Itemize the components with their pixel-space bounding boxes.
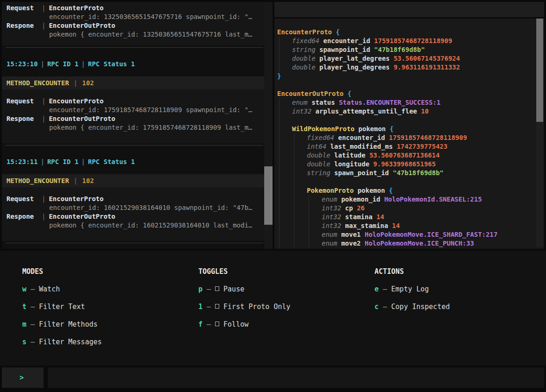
help-section-title: MODES	[22, 267, 43, 276]
hotkey-letter: f	[198, 320, 203, 329]
log-method-row[interactable]: METHOD_ENCOUNTER|102	[2, 174, 264, 187]
token-enum: HoloPokemonId.SNEASEL:215	[384, 196, 482, 203]
separator: |	[69, 79, 82, 88]
code-line: EncounterProto {	[274, 28, 544, 37]
token-brace: {	[390, 125, 394, 133]
log-request-row: Request|EncounterProto	[6, 97, 264, 106]
token-brace: {	[348, 90, 351, 97]
hotkey-item: c–Copy Inspected	[375, 303, 450, 311]
rpc-log-panel: Request|EncounterProtoencounter_id: 1325…	[2, 2, 264, 249]
token-type: enum	[322, 240, 337, 247]
code-line: double player_lat_degrees 53.56067145376…	[274, 54, 544, 63]
checkbox-icon	[215, 286, 219, 291]
hotkey-label: Filter Methods	[39, 320, 97, 329]
proto-preview: pokemon { encounter_id: 1759185746872811…	[6, 123, 264, 132]
code-line: int32 arplus_attempts_until_flee 10	[274, 107, 544, 116]
token-brace: }	[277, 72, 281, 80]
separator: |	[42, 22, 45, 29]
token-num: 1742739775423	[397, 143, 448, 150]
code-line: string spawnpoint_id "47b18f69d8b"	[274, 45, 544, 54]
hotkey-item: t–Filter Text	[22, 303, 85, 311]
token-nproto: WildPokemonProto	[292, 125, 355, 133]
proto-inspector-panel: EncounterProto {fixed64 encounter_id 175…	[274, 2, 544, 249]
hotkey-item: e–Empty Log	[375, 285, 429, 293]
hotkey-label: Watch	[39, 285, 60, 293]
token-num: 14	[392, 222, 400, 229]
token-name: player_lat_degrees	[319, 55, 390, 62]
token-name: arplus_attempts_until_flee	[316, 107, 417, 115]
timestamp: 15:23:10	[6, 60, 38, 68]
log-response-row: Respone|EncounterOutProto	[6, 212, 264, 221]
token-proto: EncounterOutProto	[277, 90, 343, 97]
hotkey-separator: –	[207, 285, 211, 293]
hotkey-separator: –	[31, 338, 35, 346]
hotkey-label: Filter Messages	[39, 338, 102, 346]
token-type: double	[307, 152, 330, 159]
token-name: spawn_point_id	[334, 169, 389, 177]
hotkey-separator: –	[31, 320, 35, 329]
direction-label: Respone	[6, 21, 42, 30]
hotkey-letter: s	[22, 338, 26, 346]
inspector-scrollbar-thumb[interactable]	[536, 19, 543, 122]
direction-label: Respone	[6, 212, 42, 221]
rpc-status: RPC Status 1	[88, 60, 135, 68]
separator: |	[38, 158, 47, 165]
token-name: spawnpoint_id	[319, 46, 370, 53]
timestamp: 15:23:11	[6, 158, 38, 165]
token-type: fixed64	[307, 134, 334, 141]
token-name: latitude	[334, 152, 365, 159]
code-line: }	[274, 72, 544, 81]
token-enum: Status.ENCOUNTER_SUCCESS:1	[339, 99, 440, 106]
token-num: 53.560763687136614	[369, 152, 440, 159]
code-line: fixed64 encounter_id 1759185746872811890…	[274, 37, 544, 45]
proto-preview: pokemon { encounter_id: 1325036565154767…	[6, 30, 264, 39]
indent-guide	[294, 133, 294, 247]
hotkey-separator: –	[383, 285, 387, 293]
log-scrollbar[interactable]	[264, 2, 273, 249]
code-line: string spawn_point_id "47b18f69d8b"	[274, 169, 544, 177]
token-num: 14	[376, 213, 384, 221]
code-line: enum move2 HoloPokemonMove.ICE_PUNCH:33	[274, 239, 544, 247]
help-section-title: TOGGLES	[198, 267, 228, 276]
token-type: double	[292, 63, 316, 71]
log-entry-body[interactable]: Request|EncounterProtoencounter_id: 1602…	[2, 187, 264, 241]
log-entry-body[interactable]: Request|EncounterProtoencounter_id: 1759…	[2, 89, 264, 143]
checkbox-icon	[215, 304, 219, 309]
log-response-row: Respone|EncounterOutProto	[6, 21, 264, 30]
token-num: 10	[421, 107, 429, 115]
code-line	[274, 81, 544, 89]
token-type: string	[292, 46, 316, 53]
log-entry[interactable]: 15:23:11|RPC ID 1|RPC Status 1METHOD_ENC…	[2, 158, 264, 241]
token-name: stamina	[345, 213, 373, 221]
proto-preview: encounter_id: 17591857468728118909 spawn…	[6, 106, 264, 114]
token-type: int32	[322, 222, 341, 229]
token-name: encounter_id	[323, 37, 370, 44]
proto-preview: encounter_id: 13250365651547675716 spawn…	[6, 13, 264, 21]
inspector-scrollbar[interactable]	[536, 19, 543, 247]
code-line: EncounterOutProto {	[274, 89, 544, 98]
method-id: 102	[82, 79, 94, 88]
log-entry-body[interactable]: Request|EncounterProtoencounter_id: 1325…	[2, 2, 264, 45]
token-str: "47b18f69d8b"	[393, 169, 444, 177]
code-line	[274, 116, 544, 125]
token-type: int32	[322, 213, 341, 221]
log-entry[interactable]: Request|EncounterProtoencounter_id: 1325…	[2, 2, 264, 45]
code-line: double player_lng_degrees 9.963116191311…	[274, 63, 544, 72]
token-name: pokemon_id	[341, 196, 380, 203]
separator: |	[38, 60, 47, 68]
token-name: move2	[341, 240, 361, 247]
command-bar: >	[0, 367, 546, 388]
log-scrollbar-thumb[interactable]	[264, 166, 273, 225]
hotkey-label: Empty Log	[391, 285, 429, 293]
token-name: status	[311, 99, 335, 106]
token-name: move1	[341, 231, 361, 238]
log-method-row[interactable]: METHOD_ENCOUNTER|102	[2, 76, 264, 89]
direction-label: Request	[6, 4, 42, 13]
separator: |	[69, 177, 82, 185]
hotkey-separator: –	[383, 303, 387, 311]
token-num: 9.96339968651965	[373, 160, 436, 168]
separator: |	[42, 213, 45, 220]
command-input[interactable]	[48, 367, 544, 388]
log-entry[interactable]: 15:23:10|RPC ID 1|RPC Status 1METHOD_ENC…	[2, 60, 264, 143]
token-type: string	[307, 169, 330, 177]
